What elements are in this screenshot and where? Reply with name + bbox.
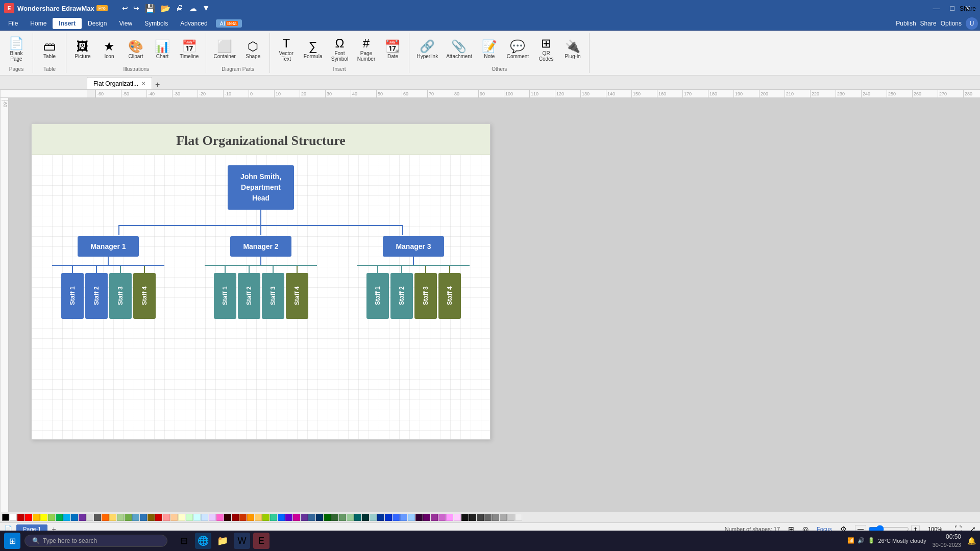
ai-button[interactable]: AI Beta	[216, 19, 242, 28]
color-nearblack[interactable]	[461, 514, 469, 521]
color-white[interactable]	[10, 514, 17, 521]
color-silver[interactable]	[507, 514, 514, 521]
color-babyblue[interactable]	[408, 514, 415, 521]
menu-advanced[interactable]: Advanced	[174, 18, 213, 29]
color-cyan[interactable]	[193, 514, 201, 521]
staff-m3-1[interactable]: Staff 1	[366, 273, 389, 319]
color-darkyellow[interactable]	[148, 514, 155, 521]
color-cream[interactable]	[178, 514, 185, 521]
menu-design[interactable]: Design	[82, 18, 113, 29]
color-darkorange[interactable]	[102, 514, 109, 521]
color-indigo[interactable]	[301, 514, 308, 521]
color-darkgray2[interactable]	[469, 514, 476, 521]
color-crimson[interactable]	[155, 514, 162, 521]
blank-page-button[interactable]: 📄 BlankPage	[4, 35, 29, 64]
color-green[interactable]	[56, 514, 63, 521]
color-purple[interactable]	[79, 514, 86, 521]
color-amber[interactable]	[247, 514, 254, 521]
color-slate[interactable]	[308, 514, 315, 521]
color-skyblue[interactable]	[201, 514, 208, 521]
taskview-icon[interactable]: ⊟	[176, 533, 192, 549]
color-lightgreen[interactable]	[48, 514, 55, 521]
icon-button[interactable]: ★ Icon	[97, 38, 121, 61]
color-peach[interactable]	[170, 514, 178, 521]
undo-button[interactable]: ↩	[120, 3, 130, 13]
color-lightgray[interactable]	[86, 514, 93, 521]
font-symbol-button[interactable]: Ω FontSymbol	[327, 35, 352, 64]
edraw-icon[interactable]: E	[253, 533, 270, 549]
color-sage[interactable]	[117, 514, 124, 521]
taskbar-search[interactable]: 🔍 Type here to search	[24, 535, 167, 547]
menu-symbols[interactable]: Symbols	[138, 18, 174, 29]
color-lavender[interactable]	[209, 514, 216, 521]
share-button[interactable]: Share	[920, 20, 937, 27]
save-icon[interactable]: 💾	[143, 4, 157, 13]
add-tab-button[interactable]: +	[152, 80, 163, 89]
color-periwinkle[interactable]	[400, 514, 407, 521]
color-darkdarkcyan[interactable]	[362, 514, 369, 521]
profile-avatar[interactable]: U	[966, 17, 978, 30]
manager-3-box[interactable]: Manager 3	[383, 236, 444, 257]
start-button[interactable]: ⊞	[4, 533, 20, 549]
more-icon[interactable]: ▼	[201, 4, 212, 13]
hyperlink-button[interactable]: 🔗 Hyperlink	[413, 38, 441, 61]
color-maroon[interactable]	[224, 514, 231, 521]
color-celadon[interactable]	[347, 514, 354, 521]
manager-1-box[interactable]: Manager 1	[78, 236, 139, 257]
publish-button[interactable]: Publish	[896, 20, 916, 27]
color-red[interactable]	[25, 514, 32, 521]
color-moss[interactable]	[339, 514, 346, 521]
staff-m2-4[interactable]: Staff 4	[286, 273, 308, 319]
canvas-area[interactable]: -60 -40 -20 0 20 40 60 80 100 120 140 16…	[1, 98, 980, 512]
cloud-icon[interactable]: ☁	[187, 4, 199, 13]
files-icon[interactable]: 📁	[214, 533, 231, 549]
table-button[interactable]: 🗃 Table	[37, 38, 62, 61]
head-node[interactable]: John Smith, Department Head	[228, 165, 294, 210]
color-pink[interactable]	[163, 514, 170, 521]
staff-m1-1[interactable]: Staff 1	[61, 273, 84, 319]
attachment-button[interactable]: 📎 Attachment	[443, 38, 475, 61]
color-orchid[interactable]	[431, 514, 438, 521]
color-plum[interactable]	[423, 514, 430, 521]
active-tab[interactable]: Flat Organizati... ✕	[87, 77, 152, 89]
color-gray[interactable]	[94, 514, 101, 521]
color-thistle[interactable]	[438, 514, 446, 521]
color-navy[interactable]	[316, 514, 323, 521]
color-lightgray2[interactable]	[500, 514, 507, 521]
color-darkpurple[interactable]	[415, 514, 423, 521]
menu-insert[interactable]: Insert	[53, 18, 82, 29]
plugin-button[interactable]: 🔌 Plug-in	[560, 38, 585, 61]
container-button[interactable]: ⬜ Container	[210, 38, 238, 61]
color-darkmaroon[interactable]	[232, 514, 239, 521]
date-button[interactable]: 📆 Date	[380, 38, 405, 61]
color-magenta[interactable]	[293, 514, 300, 521]
color-darkcyan[interactable]	[354, 514, 361, 521]
staff-m2-1[interactable]: Staff 1	[214, 273, 236, 319]
color-darkgray3[interactable]	[477, 514, 484, 521]
color-medgray[interactable]	[484, 514, 492, 521]
color-nearwhite[interactable]	[515, 514, 522, 521]
staff-m2-2[interactable]: Staff 2	[238, 273, 260, 319]
color-lightblue[interactable]	[63, 514, 70, 521]
options-button[interactable]: Options	[941, 20, 962, 27]
color-cornflower[interactable]	[393, 514, 400, 521]
browser-icon[interactable]: 🌐	[195, 533, 211, 549]
color-yellow[interactable]	[40, 514, 47, 521]
color-lime[interactable]	[262, 514, 270, 521]
color-pink2[interactable]	[446, 514, 453, 521]
staff-m3-3[interactable]: Staff 3	[414, 273, 437, 319]
color-gray2[interactable]	[492, 514, 499, 521]
staff-m2-3[interactable]: Staff 3	[262, 273, 284, 319]
timeline-button[interactable]: 📅 Timeline	[177, 38, 202, 61]
color-orange[interactable]	[33, 514, 40, 521]
qr-codes-button[interactable]: ⊞ QRCodes	[534, 35, 558, 64]
page-number-button[interactable]: # PageNumber	[354, 35, 378, 64]
color-ultramarine[interactable]	[385, 514, 392, 521]
menu-view[interactable]: View	[113, 18, 138, 29]
color-blush[interactable]	[454, 514, 461, 521]
note-button[interactable]: 📝 Note	[477, 38, 502, 61]
color-darkred[interactable]	[17, 514, 24, 521]
color-steelblue[interactable]	[132, 514, 139, 521]
notification-icon[interactable]: 🔔	[967, 537, 976, 545]
color-blue[interactable]	[71, 514, 78, 521]
